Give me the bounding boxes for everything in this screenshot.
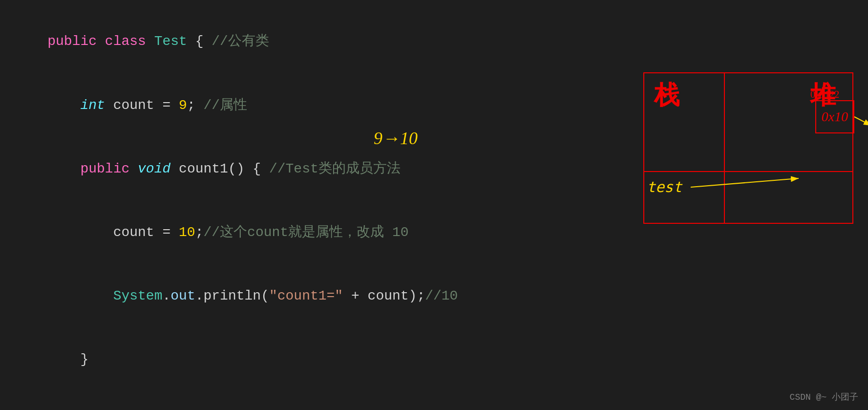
code-line-7 [15,391,853,410]
stack-area: 栈 [644,73,725,223]
code-line-5: System.out.println("count1=" + count);//… [15,264,853,328]
class-test: Test [154,34,187,49]
code-line-6: } [15,328,853,391]
watermark: CSDN @~ 小团子 [790,391,858,403]
box-0x10-text: 0x10 [822,109,848,125]
keyword-public: public [47,34,105,49]
heap-area: 堆 0x1122 0x10 0x1133 0x10| [725,73,854,223]
test-label: test [647,178,682,195]
stack-label: 栈 [654,78,679,112]
annotation-9-10: 9→10 [374,128,418,149]
memory-diagram: 栈 堆 0x1122 0x10 0x1133 0x10| test [643,72,853,224]
keyword-class: class [105,34,154,49]
addr-0x1122: 0x1122 [810,89,839,100]
code-line-1: public class Test { //公有类 [15,10,853,73]
box-0x10: 0x10 [815,100,854,133]
type-int: int [80,98,105,113]
diagram-mid-line [644,171,852,172]
